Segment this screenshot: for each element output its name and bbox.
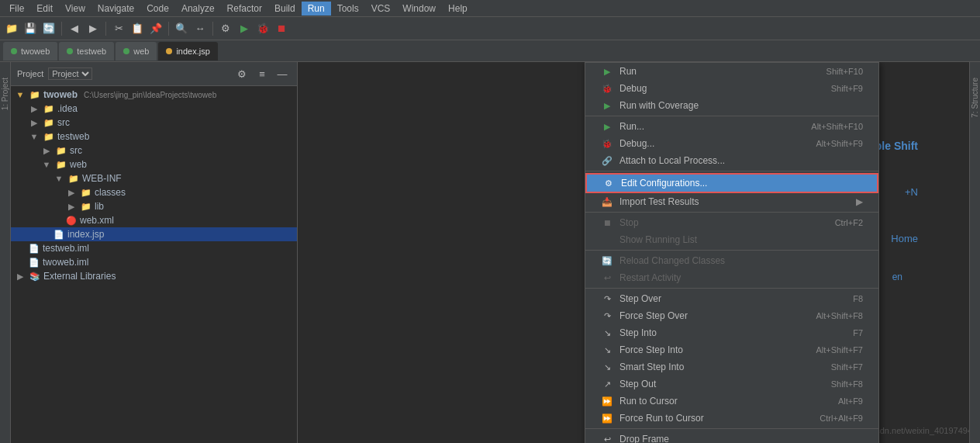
menu-item-run-dots[interactable]: ▶ Run... Alt+Shift+F10 xyxy=(585,118,878,135)
toolbar-stop[interactable]: ⏹ xyxy=(273,20,290,37)
project-panel-label[interactable]: 1: Project xyxy=(1,78,9,110)
tree-twowebiml[interactable]: 📄 twoweb.iml xyxy=(11,255,297,269)
menu-item-restart[interactable]: ↩ Restart Activity xyxy=(585,269,878,286)
menu-window[interactable]: Window xyxy=(396,2,442,16)
tree-indexjsp[interactable]: 📄 index.jsp xyxy=(11,227,297,241)
tree-webxml[interactable]: 🔴 web.xml xyxy=(11,213,297,227)
tab-indexjsp[interactable]: index.jsp xyxy=(158,42,217,61)
toolbar-sep4 xyxy=(212,22,213,36)
toolbar-new[interactable]: 📁 xyxy=(3,20,20,37)
menu-item-stop[interactable]: ⏹ Stop Ctrl+F2 xyxy=(585,214,878,231)
menu-item-debug-dots[interactable]: 🐞 Debug... Alt+Shift+F9 xyxy=(585,135,878,152)
toolbar-sync[interactable]: 🔄 xyxy=(40,20,57,37)
menu-item-run-to-cursor[interactable]: ⏩ Run to Cursor Alt+F9 xyxy=(585,393,878,410)
toolbar-sep2 xyxy=(105,22,106,36)
toolbar-paste[interactable]: 📌 xyxy=(147,20,164,37)
tree-twoweb[interactable]: ▼ 📁 twoweb C:\Users\jing_pin\IdeaProject… xyxy=(11,88,297,102)
project-label: Project xyxy=(17,69,43,78)
menu-item-import-test[interactable]: 📥 Import Test Results ▶ xyxy=(585,193,878,210)
menu-build[interactable]: Build xyxy=(268,2,302,16)
tree-idea[interactable]: ▶ 📁 .idea xyxy=(11,102,297,116)
run-to-cursor-icon: ⏩ xyxy=(601,395,613,407)
menu-bar: File Edit View Navigate Code Analyze Ref… xyxy=(0,0,980,17)
toolbar-settings[interactable]: ⚙ xyxy=(217,20,234,37)
menu-item-show-running-label: Show Running List xyxy=(619,234,697,245)
classes-folder-icon: 📁 xyxy=(80,186,92,199)
idea-folder-icon: 📁 xyxy=(43,102,55,115)
project-header-icons: ⚙ ≡ — xyxy=(233,65,291,82)
menu-refactor[interactable]: Refactor xyxy=(221,2,268,16)
tree-testweb[interactable]: ▼ 📁 testweb xyxy=(11,130,297,144)
menu-view[interactable]: View xyxy=(59,2,91,16)
tree-src[interactable]: ▶ 📁 src xyxy=(11,116,297,130)
menu-navigate[interactable]: Navigate xyxy=(91,2,140,16)
menu-edit[interactable]: Edit xyxy=(30,2,59,16)
classes-label: classes xyxy=(95,187,126,198)
menu-item-reload[interactable]: 🔄 Reload Changed Classes xyxy=(585,252,878,269)
web-arrow: ▼ xyxy=(40,158,53,171)
project-header: Project Project ⚙ ≡ — xyxy=(11,62,297,86)
project-dropdown[interactable]: Project xyxy=(48,67,92,80)
lib-folder-icon: 📁 xyxy=(80,200,92,213)
side-panel-structure: 7: Structure xyxy=(969,62,980,443)
ctrl-n-hint: +N xyxy=(905,186,918,198)
menu-vcs[interactable]: VCS xyxy=(365,2,397,16)
menu-item-attach-label: Attach to Local Process... xyxy=(619,155,725,166)
menu-run[interactable]: Run xyxy=(302,2,331,16)
project-collapse-icon[interactable]: — xyxy=(274,65,291,82)
tree-lib[interactable]: ▶ 📁 lib xyxy=(11,199,297,213)
lib-arrow: ▶ xyxy=(65,200,78,213)
tab-twoweb[interactable]: twoweb xyxy=(3,42,57,61)
menu-item-edit-config[interactable]: ⚙ Edit Configurations... xyxy=(585,173,878,193)
toolbar-save[interactable]: 💾 xyxy=(22,20,39,37)
menu-item-force-step-into[interactable]: ↘ Force Step Into Alt+Shift+F7 xyxy=(585,341,878,358)
menu-analyze[interactable]: Analyze xyxy=(175,2,221,16)
toolbar-back[interactable]: ◀ xyxy=(66,20,83,37)
tree-testweb-src[interactable]: ▶ 📁 src xyxy=(11,144,297,157)
toolbar-cut[interactable]: ✂ xyxy=(110,20,127,37)
menu-item-step-over[interactable]: ↷ Step Over F8 xyxy=(585,290,878,307)
toolbar-forward[interactable]: ▶ xyxy=(85,20,102,37)
menu-item-drop-frame-label: Drop Frame xyxy=(619,434,669,443)
menu-item-run-coverage[interactable]: ▶ Run with Coverage xyxy=(585,97,878,114)
menu-help[interactable]: Help xyxy=(442,2,474,16)
toolbar-copy[interactable]: 📋 xyxy=(129,20,146,37)
run-dots-icon: ▶ xyxy=(601,120,613,133)
menu-item-step-out[interactable]: ↗ Step Out Shift+F8 xyxy=(585,376,878,393)
menu-item-force-step-over[interactable]: ↷ Force Step Over Alt+Shift+F8 xyxy=(585,307,878,324)
menu-item-drop-frame[interactable]: ↩ Drop Frame xyxy=(585,431,878,443)
menu-item-debug[interactable]: 🐞 Debug Shift+F9 xyxy=(585,80,878,97)
tree-classes[interactable]: ▶ 📁 classes xyxy=(11,185,297,199)
project-sync-icon[interactable]: ⚙ xyxy=(233,65,250,82)
toolbar-run[interactable]: ▶ xyxy=(236,20,253,37)
tree-web[interactable]: ▼ 📁 web xyxy=(11,157,297,171)
structure-panel-label[interactable]: 7: Structure xyxy=(971,78,979,118)
idea-label: .idea xyxy=(57,103,78,114)
toolbar-debug[interactable]: 🐞 xyxy=(254,20,271,37)
menu-item-force-run-cursor[interactable]: ⏩ Force Run to Cursor Ctrl+Alt+F9 xyxy=(585,410,878,427)
menu-tools[interactable]: Tools xyxy=(331,2,365,16)
menu-sep-1 xyxy=(585,116,878,116)
tree-webinf[interactable]: ▼ 📁 WEB-INF xyxy=(11,171,297,185)
menu-file[interactable]: File xyxy=(3,2,30,16)
tree-external-libs[interactable]: ▶ 📚 External Libraries xyxy=(11,269,297,283)
toolbar-search[interactable]: 🔍 xyxy=(173,20,190,37)
project-gear-icon[interactable]: ≡ xyxy=(254,65,271,82)
force-step-into-icon: ↘ xyxy=(601,344,613,356)
menu-item-smart-step-into[interactable]: ↘ Smart Step Into Shift+F7 xyxy=(585,358,878,376)
menu-code[interactable]: Code xyxy=(140,2,175,16)
menu-item-run-label: Run xyxy=(619,66,637,77)
main-area: 1: Project Project Project ⚙ ≡ — ▼ 📁 two… xyxy=(0,62,980,443)
alt-home-hint: Home xyxy=(891,233,918,244)
tab-web[interactable]: web xyxy=(116,42,157,61)
menu-item-run[interactable]: ▶ Run Shift+F10 xyxy=(585,63,878,80)
indexjsp-icon: 📄 xyxy=(53,228,65,241)
menu-item-show-running[interactable]: Show Running List xyxy=(585,231,878,248)
menu-item-step-out-label: Step Out xyxy=(619,379,656,389)
menu-item-step-into[interactable]: ↘ Step Into F7 xyxy=(585,324,878,341)
tab-testweb[interactable]: testweb xyxy=(59,42,114,61)
tree-testwebiml[interactable]: 📄 testweb.iml xyxy=(11,241,297,255)
toolbar-replace[interactable]: ↔ xyxy=(192,20,209,37)
menu-item-attach[interactable]: 🔗 Attach to Local Process... xyxy=(585,152,878,169)
menu-item-force-step-into-label: Force Step Into xyxy=(619,344,683,355)
